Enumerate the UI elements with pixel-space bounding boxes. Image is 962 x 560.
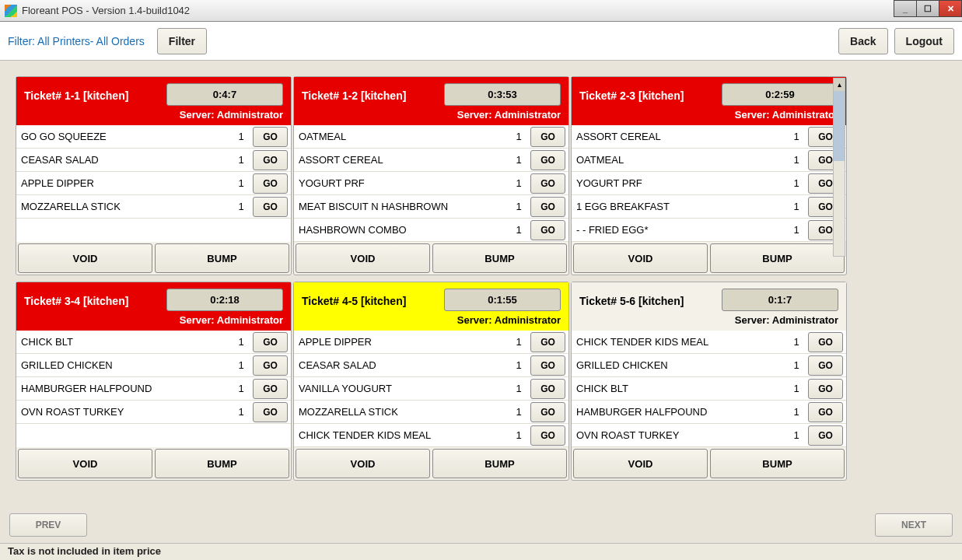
void-button[interactable]: VOID bbox=[296, 449, 430, 478]
bump-button[interactable]: BUMP bbox=[710, 449, 845, 478]
go-button[interactable]: GO bbox=[530, 150, 565, 170]
item-name: MOZZARELLA STICK bbox=[297, 406, 507, 418]
next-button[interactable]: NEXT bbox=[875, 513, 953, 537]
item-qty: 1 bbox=[229, 154, 253, 166]
item-name: CEASAR SALAD bbox=[19, 154, 229, 166]
scroll-thumb[interactable] bbox=[834, 91, 845, 161]
void-button[interactable]: VOID bbox=[18, 449, 152, 478]
go-button[interactable]: GO bbox=[530, 173, 565, 194]
go-button[interactable]: GO bbox=[253, 355, 288, 376]
item-name: APPLE DIPPER bbox=[297, 336, 507, 348]
go-button[interactable]: GO bbox=[808, 332, 843, 352]
go-button[interactable]: GO bbox=[530, 197, 565, 217]
go-button[interactable]: GO bbox=[253, 127, 288, 147]
item-qty: 1 bbox=[229, 177, 253, 189]
filter-button[interactable]: Filter bbox=[157, 28, 207, 54]
ticket-timer: 0:1:7 bbox=[722, 289, 838, 311]
pager: PREV NEXT bbox=[0, 513, 962, 537]
item-row: HAMBURGER HALFPOUND1GO bbox=[16, 377, 291, 401]
item-qty: 1 bbox=[785, 224, 808, 236]
go-button[interactable]: GO bbox=[808, 379, 843, 399]
go-button[interactable]: GO bbox=[530, 220, 565, 240]
item-row: GRILLED CHICKEN1GO bbox=[572, 354, 846, 377]
item-row: YOGURT PRF1GO bbox=[294, 172, 568, 195]
item-name: HAMBURGER HALFPOUND bbox=[19, 383, 229, 394]
void-button[interactable]: VOID bbox=[296, 243, 430, 273]
go-button[interactable]: GO bbox=[808, 425, 843, 446]
go-button[interactable]: GO bbox=[808, 402, 843, 422]
go-button[interactable]: GO bbox=[530, 402, 565, 422]
go-button[interactable]: GO bbox=[253, 379, 288, 399]
bump-button[interactable]: BUMP bbox=[155, 449, 289, 478]
item-row: MOZZARELLA STICK1GO bbox=[294, 401, 568, 424]
void-button[interactable]: VOID bbox=[18, 243, 152, 273]
logout-button[interactable]: Logout bbox=[894, 28, 954, 54]
bump-button[interactable]: BUMP bbox=[155, 243, 289, 273]
ticket-card: Ticket# 1-1 [kitchen]0:4:7Server: Admini… bbox=[16, 76, 292, 275]
item-row: CHICK BLT1GO bbox=[16, 331, 291, 354]
item-name: 1 EGG BREAKFAST bbox=[575, 201, 785, 212]
ticket-title: Ticket# 2-3 [kitchen] bbox=[579, 89, 684, 102]
item-row: CHICK TENDER KIDS MEAL1GO bbox=[572, 331, 846, 354]
item-row: MEAT BISCUIT N HASHBROWN1GO bbox=[294, 195, 568, 219]
bump-button[interactable]: BUMP bbox=[432, 449, 567, 478]
ticket-items: GO GO SQUEEZE1GOCEASAR SALAD1GOAPPLE DIP… bbox=[16, 125, 291, 242]
window-controls: _ ☐ ✕ bbox=[894, 0, 962, 21]
void-button[interactable]: VOID bbox=[573, 243, 708, 273]
ticket-items: CHICK BLT1GOGRILLED CHICKEN1GOHAMBURGER … bbox=[16, 331, 291, 447]
ticket-header: Ticket# 4-5 [kitchen]0:1:55Server: Admin… bbox=[294, 282, 568, 331]
item-qty: 1 bbox=[507, 201, 530, 212]
scrollbar[interactable]: ▴ bbox=[833, 78, 845, 257]
item-name: ASSORT CEREAL bbox=[575, 131, 785, 142]
ticket-server: Server: Administrator bbox=[180, 314, 283, 326]
ticket-timer: 0:2:18 bbox=[166, 289, 283, 311]
ticket-title: Ticket# 1-2 [kitchen] bbox=[302, 89, 406, 102]
back-button[interactable]: Back bbox=[838, 28, 887, 54]
item-qty: 1 bbox=[507, 224, 530, 236]
item-qty: 1 bbox=[507, 177, 530, 189]
go-button[interactable]: GO bbox=[253, 402, 288, 422]
ticket-items: CHICK TENDER KIDS MEAL1GOGRILLED CHICKEN… bbox=[572, 331, 846, 447]
item-qty: 1 bbox=[229, 406, 253, 418]
maximize-button[interactable]: ☐ bbox=[916, 0, 939, 17]
ticket-card: Ticket# 3-4 [kitchen]0:2:18Server: Admin… bbox=[16, 282, 292, 481]
ticket-server: Server: Administrator bbox=[735, 314, 838, 326]
ticket-items: APPLE DIPPER1GOCEASAR SALAD1GOVANILLA YO… bbox=[294, 331, 568, 447]
ticket-actions: VOIDBUMP bbox=[294, 242, 568, 275]
close-button[interactable]: ✕ bbox=[939, 0, 962, 17]
ticket-actions: VOIDBUMP bbox=[16, 447, 291, 480]
go-button[interactable]: GO bbox=[808, 355, 843, 376]
go-button[interactable]: GO bbox=[253, 150, 288, 170]
bump-button[interactable]: BUMP bbox=[710, 243, 845, 273]
item-qty: 1 bbox=[785, 429, 808, 441]
item-row: CEASAR SALAD1GO bbox=[16, 149, 291, 172]
window-title: Floreant POS - Version 1.4-build1042 bbox=[22, 5, 190, 16]
go-button[interactable]: GO bbox=[253, 197, 288, 217]
go-button[interactable]: GO bbox=[530, 127, 565, 147]
minimize-button[interactable]: _ bbox=[894, 0, 917, 17]
go-button[interactable]: GO bbox=[530, 379, 565, 399]
bump-button[interactable]: BUMP bbox=[432, 243, 567, 273]
item-name: CHICK BLT bbox=[19, 336, 229, 348]
go-button[interactable]: GO bbox=[530, 332, 565, 352]
ticket-title: Ticket# 5-6 [kitchen] bbox=[579, 295, 684, 307]
item-qty: 1 bbox=[785, 406, 808, 418]
item-name: YOGURT PRF bbox=[575, 177, 785, 189]
item-row: HAMBURGER HALFPOUND1GO bbox=[572, 401, 846, 424]
scroll-up-icon[interactable]: ▴ bbox=[834, 79, 845, 91]
item-name: CHICK TENDER KIDS MEAL bbox=[297, 429, 507, 441]
item-name: - - FRIED EGG* bbox=[575, 224, 785, 236]
go-button[interactable]: GO bbox=[253, 173, 288, 194]
ticket-header: Ticket# 1-1 [kitchen]0:4:7Server: Admini… bbox=[16, 77, 291, 125]
item-name: OVN ROAST TURKEY bbox=[575, 429, 785, 441]
item-qty: 1 bbox=[229, 359, 253, 371]
tickets-grid: Ticket# 1-1 [kitchen]0:4:7Server: Admini… bbox=[0, 61, 962, 481]
go-button[interactable]: GO bbox=[253, 332, 288, 352]
item-row: ASSORT CEREAL1GO bbox=[294, 149, 568, 172]
void-button[interactable]: VOID bbox=[573, 449, 708, 478]
prev-button[interactable]: PREV bbox=[9, 513, 87, 537]
item-row: CEASAR SALAD1GO bbox=[294, 354, 568, 377]
go-button[interactable]: GO bbox=[530, 425, 565, 446]
go-button[interactable]: GO bbox=[530, 355, 565, 376]
item-row: ASSORT CEREAL1GO bbox=[572, 125, 846, 149]
